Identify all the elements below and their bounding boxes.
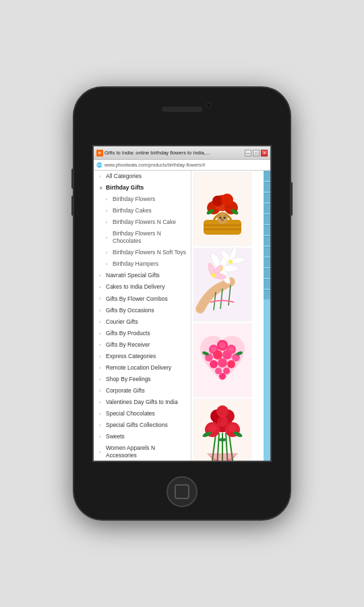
sidebar-item-corporate-gifts[interactable]: › Corporate Gifts: [94, 385, 191, 397]
power-button[interactable]: [290, 182, 293, 216]
sidebar-item-gifts-by-flower-combos[interactable]: › Gifts By Flower Combos: [94, 293, 191, 305]
svg-point-31: [212, 273, 216, 277]
chevron-icon: ›: [99, 173, 104, 179]
svg-point-9: [221, 194, 233, 206]
sidebar-label: Special Gifts Collections: [106, 422, 168, 429]
scroll-tab-3[interactable]: [264, 193, 270, 202]
sidebar-item-express-categories[interactable]: › Express Categories: [94, 351, 191, 362]
chevron-icon: ›: [99, 365, 104, 371]
sidebar-item-women-apparels[interactable]: › Women Apparels N Accessories: [94, 442, 191, 461]
svg-point-67: [208, 424, 216, 432]
scroll-tab-7[interactable]: [264, 236, 270, 245]
sidebar-item-remote-location-delivery[interactable]: › Remote Location Delivery: [94, 362, 191, 374]
minimize-button[interactable]: —: [245, 150, 251, 156]
category-sidebar: › All Categories ∨ Birthday Gifts › Birt…: [94, 171, 191, 462]
product-flower-basket-svg: [193, 173, 251, 245]
sidebar-item-sweets[interactable]: › Sweets: [94, 431, 191, 442]
sidebar-item-gifts-by-occasions[interactable]: › Gifts By Occasions: [94, 305, 191, 316]
maximize-button[interactable]: □: [253, 150, 260, 156]
sidebar-label: Corporate Gifts: [106, 387, 145, 395]
product-image-2[interactable]: [193, 248, 252, 322]
sidebar-item-courier-gifts[interactable]: › Courier Gifts: [94, 316, 191, 328]
sidebar-item-gifts-by-receiver[interactable]: › Gifts By Receiver: [94, 339, 191, 351]
product-image-3[interactable]: [193, 323, 252, 397]
right-scrollbar[interactable]: [264, 171, 270, 462]
sidebar-item-navratri-special-gifts[interactable]: › Navratri Special Gifts: [94, 270, 191, 281]
svg-point-45: [227, 360, 235, 368]
chevron-icon: ›: [106, 219, 111, 225]
product-image-1[interactable]: [193, 172, 252, 246]
sidebar-item-gifts-by-products[interactable]: › Gifts By Products: [94, 328, 191, 339]
svg-point-49: [211, 347, 216, 352]
browser-addressbar[interactable]: 🌐 www.phoolwala.com/products/birthday-fl…: [94, 160, 270, 171]
svg-point-15: [220, 217, 222, 219]
sidebar-label: Birthday Flowers N Chocolates: [113, 230, 187, 245]
scroll-tab-11[interactable]: [264, 279, 270, 289]
sidebar-label: Gifts By Occasions: [106, 307, 154, 314]
scroll-tab-10[interactable]: [264, 268, 270, 278]
sidebar-label: Women Apparels N Accessories: [106, 444, 187, 459]
sidebar-label: Birthday Gifts: [106, 184, 144, 192]
close-button[interactable]: ✕: [261, 150, 268, 156]
sidebar-item-birthday-flowers[interactable]: › Birthday Flowers: [94, 194, 191, 205]
sidebar-item-cakes-to-india-delivery[interactable]: › Cakes to India Delivery: [94, 281, 191, 293]
svg-point-27: [229, 260, 233, 264]
scroll-tab-12[interactable]: [264, 290, 270, 299]
favicon: P: [96, 150, 103, 156]
phone-camera: [206, 103, 212, 108]
sidebar-item-birthday-cakes[interactable]: › Birthday Cakes: [94, 205, 191, 216]
sidebar-item-all-categories[interactable]: › All Categories: [94, 171, 191, 182]
sidebar-label: Birthday Flowers: [113, 196, 155, 203]
chevron-icon: ›: [99, 449, 104, 455]
sidebar-item-birthday-hampers[interactable]: › Birthday Hampers: [94, 258, 191, 270]
sidebar-item-special-chocolates[interactable]: › Special Chocolates: [94, 408, 191, 420]
url-text: www.phoolwala.com/products/birthday-flow…: [104, 163, 205, 167]
page-icon: 🌐: [96, 163, 102, 168]
scroll-tab-4[interactable]: [264, 204, 270, 213]
chevron-icon: ›: [106, 208, 111, 214]
scroll-tab-2[interactable]: [264, 182, 270, 192]
svg-point-71: [218, 438, 226, 442]
sidebar-item-birthday-flowers-n-cake[interactable]: › Birthday Flowers N Cake: [94, 216, 191, 228]
sidebar-item-shop-by-feelings[interactable]: › Shop By Feelings: [94, 374, 191, 385]
scroll-tab-1[interactable]: [264, 171, 270, 181]
product-red-roses-svg: [193, 399, 251, 462]
sidebar-label: Gifts By Products: [106, 330, 150, 337]
volume-up-button[interactable]: [71, 169, 74, 189]
scroll-tab-5[interactable]: [264, 214, 270, 224]
chevron-icon: ›: [99, 308, 104, 314]
chevron-icon: ›: [99, 376, 104, 382]
sidebar-item-birthday-flowers-n-chocolates[interactable]: › Birthday Flowers N Chocolates: [94, 228, 191, 247]
chevron-icon: ›: [99, 422, 104, 428]
home-button-inner: [175, 484, 189, 499]
scroll-tab-6[interactable]: [264, 225, 270, 235]
browser-window-controls: — □ ✕: [245, 150, 268, 156]
sidebar-label: Gifts By Flower Combos: [106, 295, 168, 303]
chevron-icon: ›: [99, 319, 104, 325]
chevron-icon: ›: [106, 250, 111, 256]
chevron-icon: ›: [99, 295, 104, 301]
svg-point-51: [229, 347, 234, 352]
chevron-icon: ›: [99, 342, 104, 348]
sidebar-item-birthday-flowers-n-soft-toys[interactable]: › Birthday Flowers N Soft Toys: [94, 247, 191, 258]
volume-down-button[interactable]: [71, 196, 74, 216]
chevron-icon: ›: [99, 353, 104, 359]
product-image-list: [191, 171, 270, 462]
sidebar-item-fashion-jewellery[interactable]: › Fashion Jewellery: [94, 461, 191, 462]
svg-point-47: [223, 368, 230, 374]
sidebar-label: Special Chocolates: [106, 410, 155, 417]
sidebar-item-birthday-gifts[interactable]: ∨ Birthday Gifts: [94, 182, 191, 194]
sidebar-label: Valentines Day Gifts to India: [106, 399, 178, 406]
scroll-tab-8[interactable]: [264, 247, 270, 256]
chevron-icon: ›: [99, 272, 104, 279]
chevron-icon: ›: [106, 196, 111, 202]
chevron-icon: ›: [99, 388, 104, 394]
svg-point-50: [219, 342, 226, 349]
scroll-tab-9[interactable]: [264, 258, 270, 267]
sidebar-item-valentines-day-gifts[interactable]: › Valentines Day Gifts to India: [94, 397, 191, 408]
home-button[interactable]: [166, 476, 198, 507]
sidebar-item-special-gifts-collections[interactable]: › Special Gifts Collections: [94, 420, 191, 431]
product-image-4[interactable]: [193, 399, 252, 462]
sidebar-label: Birthday Flowers N Soft Toys: [113, 249, 186, 256]
chevron-icon: ›: [106, 235, 111, 241]
